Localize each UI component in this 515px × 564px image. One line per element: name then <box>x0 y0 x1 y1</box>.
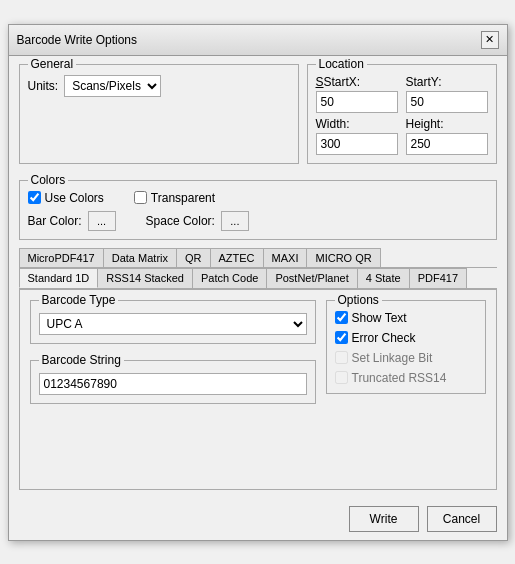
tab-microqr[interactable]: MICRO QR <box>306 248 380 267</box>
barcode-string-label: Barcode String <box>39 353 124 367</box>
width-input[interactable] <box>316 133 398 155</box>
options-group: Options Show Text Error Check <box>326 300 486 394</box>
bar-color-label: Bar Color: <box>28 214 82 228</box>
units-select[interactable]: Scans/Pixels Inches Centimeters <box>64 75 161 97</box>
dialog-content: General Units: Scans/Pixels Inches Centi… <box>9 56 507 498</box>
transparent-checkbox[interactable] <box>134 191 147 204</box>
space-color-button[interactable]: ... <box>221 211 249 231</box>
startx-label: SStartX: <box>316 75 398 89</box>
tab-standard1d[interactable]: Standard 1D <box>19 268 99 288</box>
show-text-checkbox-label[interactable]: Show Text <box>335 311 477 325</box>
bottom-row: Write Cancel <box>9 498 507 540</box>
dialog-title: Barcode Write Options <box>17 33 138 47</box>
space-color-row: Space Color: ... <box>146 211 249 231</box>
tab-aztec[interactable]: AZTEC <box>210 248 264 267</box>
tabs-row2: Standard 1D RSS14 Stacked Patch Code Pos… <box>19 268 497 290</box>
options-checks: Show Text Error Check Set Linkage Bit <box>335 311 477 385</box>
tab-pdf417[interactable]: PDF417 <box>409 268 467 288</box>
dialog-window: Barcode Write Options ✕ General Units: S… <box>8 24 508 541</box>
options-label: Options <box>335 293 382 307</box>
width-label: Width: <box>316 117 398 131</box>
barcode-type-group: Barcode Type UPC A UPC E EAN-8 EAN-13 Co… <box>30 300 316 344</box>
top-row: General Units: Scans/Pixels Inches Centi… <box>19 64 497 172</box>
tabs-container: MicroPDF417 Data Matrix QR AZTEC MAXI MI… <box>19 248 497 490</box>
height-label: Height: <box>406 117 488 131</box>
tab-content: Barcode Type UPC A UPC E EAN-8 EAN-13 Co… <box>19 290 497 490</box>
set-linkage-checkbox-label: Set Linkage Bit <box>335 351 477 365</box>
set-linkage-checkbox <box>335 351 348 364</box>
location-label: Location <box>316 57 367 71</box>
tab-4state[interactable]: 4 State <box>357 268 410 288</box>
close-button[interactable]: ✕ <box>481 31 499 49</box>
barcode-type-label: Barcode Type <box>39 293 119 307</box>
general-group: General Units: Scans/Pixels Inches Centi… <box>19 64 299 164</box>
barcode-string-input[interactable] <box>39 373 307 395</box>
content-inner: Barcode Type UPC A UPC E EAN-8 EAN-13 Co… <box>30 300 486 412</box>
height-input[interactable] <box>406 133 488 155</box>
tab-patchcode[interactable]: Patch Code <box>192 268 267 288</box>
height-field: Height: <box>406 117 488 155</box>
tabs-row1: MicroPDF417 Data Matrix QR AZTEC MAXI MI… <box>19 248 497 268</box>
starty-input[interactable] <box>406 91 488 113</box>
write-button[interactable]: Write <box>349 506 419 532</box>
location-grid: SStartX: StartY: Width: Height: <box>316 75 488 155</box>
space-color-label: Space Color: <box>146 214 215 228</box>
colors-group: Colors Use Colors Transparent Bar Color:… <box>19 180 497 240</box>
error-check-checkbox[interactable] <box>335 331 348 344</box>
use-colors-checkbox-label[interactable]: Use Colors <box>28 191 104 205</box>
starty-label: StartY: <box>406 75 488 89</box>
startx-input[interactable] <box>316 91 398 113</box>
tab-datamatrix[interactable]: Data Matrix <box>103 248 177 267</box>
barcode-type-select[interactable]: UPC A UPC E EAN-8 EAN-13 Code 39 Code 12… <box>39 313 307 335</box>
tab-postnetplanet[interactable]: PostNet/Planet <box>266 268 357 288</box>
startx-field: SStartX: <box>316 75 398 113</box>
truncated-checkbox-label: Truncated RSS14 <box>335 371 477 385</box>
bar-color-row: Bar Color: ... <box>28 211 116 231</box>
show-text-checkbox[interactable] <box>335 311 348 324</box>
title-bar: Barcode Write Options ✕ <box>9 25 507 56</box>
units-row: Units: Scans/Pixels Inches Centimeters <box>28 75 290 97</box>
use-colors-checkbox[interactable] <box>28 191 41 204</box>
transparent-checkbox-label[interactable]: Transparent <box>134 191 215 205</box>
units-label: Units: <box>28 79 59 93</box>
cancel-button[interactable]: Cancel <box>427 506 497 532</box>
tab-rss14stacked[interactable]: RSS14 Stacked <box>97 268 193 288</box>
width-field: Width: <box>316 117 398 155</box>
left-panel: Barcode Type UPC A UPC E EAN-8 EAN-13 Co… <box>30 300 316 412</box>
truncated-checkbox <box>335 371 348 384</box>
error-check-checkbox-label[interactable]: Error Check <box>335 331 477 345</box>
colors-label: Colors <box>28 173 69 187</box>
bar-color-button[interactable]: ... <box>88 211 116 231</box>
tab-maxi[interactable]: MAXI <box>263 248 308 267</box>
tab-micropdf417[interactable]: MicroPDF417 <box>19 248 104 267</box>
location-group: Location SStartX: StartY: Width: <box>307 64 497 164</box>
tab-qr[interactable]: QR <box>176 248 211 267</box>
general-label: General <box>28 57 77 71</box>
starty-field: StartY: <box>406 75 488 113</box>
barcode-string-group: Barcode String <box>30 360 316 404</box>
